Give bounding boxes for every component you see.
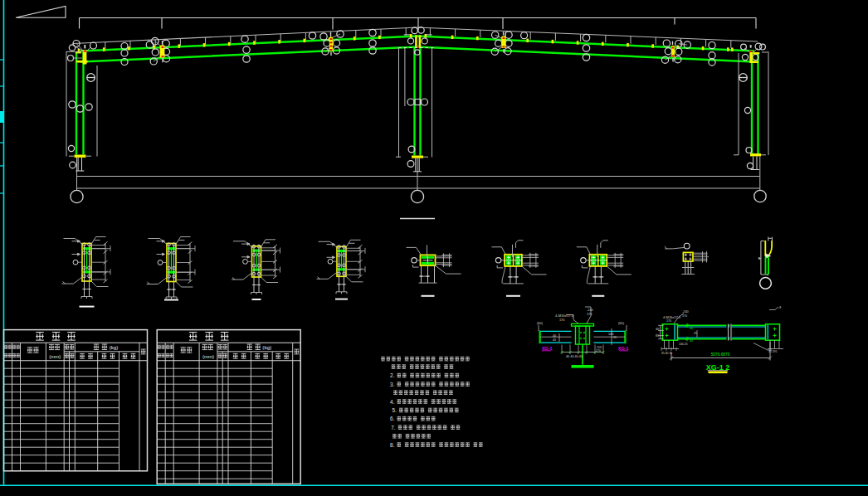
svg-text:8.: 8. — [390, 442, 395, 448]
svg-text:4-M16x17.0: 4-M16x17.0 — [555, 314, 574, 318]
svg-text:(mm): (mm) — [49, 354, 61, 359]
svg-text:-8: -8 — [778, 306, 781, 309]
svg-text:170: 170 — [587, 313, 592, 316]
svg-text:40: 40 — [690, 327, 693, 330]
svg-text:35 40 35: 35 40 35 — [661, 352, 672, 355]
svg-text:40: 40 — [656, 328, 659, 331]
svg-text:170: 170 — [666, 319, 671, 323]
svg-text:6.: 6. — [390, 416, 395, 421]
svg-text:25: 25 — [694, 332, 697, 335]
svg-text:170: 170 — [559, 319, 564, 322]
svg-text:170: 170 — [596, 349, 601, 353]
svg-text:100-25: 100-25 — [679, 343, 688, 346]
svg-text:7.: 7. — [391, 425, 396, 430]
svg-text:-240: -240 — [587, 309, 593, 312]
svg-text:(kg): (kg) — [110, 344, 119, 350]
svg-text:5.: 5. — [393, 407, 397, 413]
svg-text:XG-1: XG-1 — [618, 346, 629, 351]
svg-text:2.: 2. — [390, 372, 395, 378]
svg-text:5076.6876: 5076.6876 — [711, 353, 730, 357]
svg-text:(60): (60) — [537, 321, 544, 325]
svg-text:(60): (60) — [618, 321, 625, 325]
svg-text:55: 55 — [613, 336, 617, 339]
svg-text:4.: 4. — [390, 399, 395, 405]
svg-text:-240: -240 — [682, 310, 689, 314]
svg-text:170: 170 — [682, 314, 687, 318]
svg-text:(mm): (mm) — [202, 354, 214, 359]
svg-text:40 40 40 40: 40 40 40 40 — [566, 355, 583, 358]
svg-text:(kg): (kg) — [262, 344, 271, 350]
svg-text:40: 40 — [553, 334, 556, 338]
svg-text:XG-1 2: XG-1 2 — [706, 363, 730, 372]
svg-text:40: 40 — [690, 339, 693, 343]
svg-text:45: 45 — [553, 338, 556, 342]
svg-text:XG-1: XG-1 — [542, 346, 553, 351]
svg-text:85: 85 — [656, 334, 659, 338]
svg-text:3.: 3. — [390, 382, 395, 387]
